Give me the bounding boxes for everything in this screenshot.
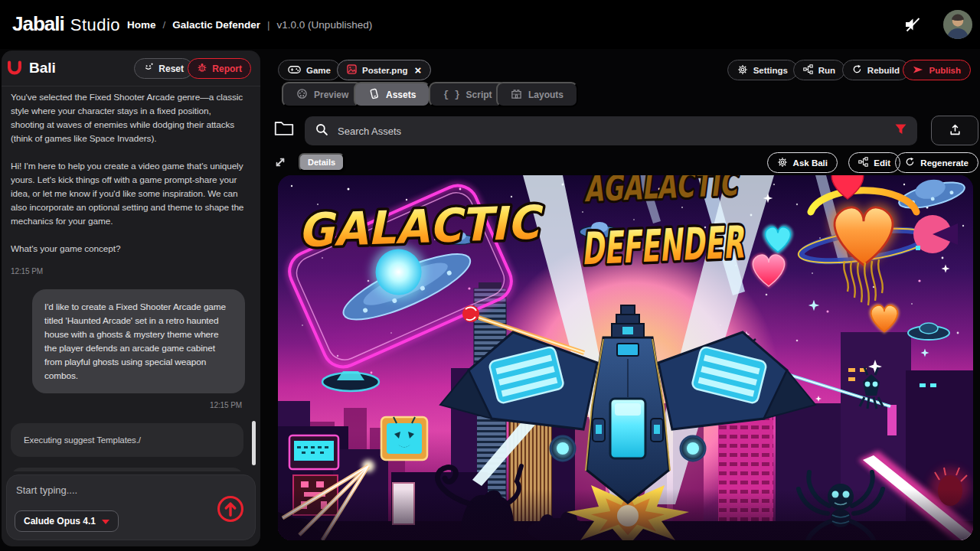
- nodes-icon: [803, 64, 813, 76]
- upload-icon: [949, 123, 962, 139]
- gear-icon: [777, 157, 788, 169]
- rebuild-label: Rebuild: [867, 66, 900, 75]
- tab-assets[interactable]: Assets: [354, 82, 430, 107]
- castle-grid-icon: [511, 88, 522, 102]
- settings-label: Settings: [753, 66, 788, 75]
- ask-bali-button[interactable]: Ask Bali: [767, 152, 838, 173]
- tab-poster-label: Poster.png: [362, 66, 407, 75]
- send-button[interactable]: [217, 495, 244, 523]
- tab-script-label: Script: [466, 90, 492, 100]
- breadcrumb-separator: /: [163, 19, 166, 31]
- chat-scrollbar[interactable]: [252, 421, 256, 465]
- run-button[interactable]: Run: [793, 60, 845, 80]
- chat-title: Bali: [29, 60, 56, 77]
- publish-button[interactable]: Publish: [903, 60, 971, 80]
- chat-message-list: You've selected the Fixed Shooter Arcade…: [11, 90, 253, 471]
- rebuild-button[interactable]: Rebuild: [842, 60, 910, 80]
- publish-label: Publish: [929, 66, 961, 75]
- chevron-down-icon: [102, 516, 109, 527]
- assistant-message: You've selected the Fixed Shooter Arcade…: [11, 90, 245, 145]
- send-arrow-icon: [913, 64, 923, 77]
- tab-preview-label: Preview: [314, 90, 348, 100]
- filter-funnel-icon[interactable]: [895, 124, 906, 138]
- reset-button[interactable]: Reset: [134, 58, 193, 79]
- volume-muted-icon[interactable]: [903, 15, 922, 34]
- assistant-message: Hi! I'm here to help you create a video …: [11, 159, 245, 228]
- folder-icon[interactable]: [274, 120, 294, 137]
- gear-icon: [737, 64, 748, 77]
- editor-area: Game Poster.png × Settings Run Rebuild P…: [262, 49, 980, 551]
- edit-button[interactable]: Edit: [848, 152, 900, 173]
- run-label: Run: [818, 66, 835, 75]
- close-icon[interactable]: ×: [414, 64, 421, 76]
- executing-status-bubble: Executing suggest Templates./: [11, 423, 243, 457]
- message-timestamp: 12:15 PM: [11, 265, 253, 279]
- nodes-icon: [858, 157, 868, 168]
- smiley-icon: [143, 62, 154, 75]
- edit-label: Edit: [874, 158, 890, 168]
- tab-layouts-label: Layouts: [528, 90, 564, 100]
- poster-artwork: AGALACTIC GALACTIC DEFENDER: [278, 175, 973, 540]
- executing-status-bubble: Executing selec tCreateFromScratch ./: [11, 468, 243, 471]
- top-bar: Jabali Studio Home / Galactic Defender |…: [0, 0, 980, 49]
- asset-search: [305, 116, 917, 145]
- app-logo: Jabali Studio: [12, 12, 120, 36]
- model-selector[interactable]: Calude Opus 4.1: [15, 510, 119, 532]
- tab-game-label: Game: [306, 66, 331, 75]
- refresh-icon: [852, 64, 862, 76]
- tab-script[interactable]: { } Script: [429, 82, 507, 107]
- tab-preview[interactable]: Preview: [282, 82, 363, 107]
- breadcrumb-version: v1.0.0 (Unpublished): [277, 19, 373, 31]
- reel-icon: [296, 88, 308, 102]
- search-input[interactable]: [338, 126, 886, 137]
- tab-layouts[interactable]: Layouts: [496, 82, 578, 107]
- ask-bali-label: Ask Bali: [793, 158, 828, 168]
- tab-game[interactable]: Game: [278, 60, 341, 80]
- report-button[interactable]: Report: [188, 58, 251, 79]
- tab-poster[interactable]: Poster.png ×: [337, 60, 431, 80]
- settings-button[interactable]: Settings: [727, 60, 798, 80]
- reset-label: Reset: [158, 64, 184, 74]
- poster-image[interactable]: AGALACTIC GALACTIC DEFENDER: [278, 175, 973, 540]
- chat-header: Bali Reset Report: [2, 51, 260, 86]
- app-window: Jabali Studio Home / Galactic Defender |…: [0, 0, 980, 551]
- svg-text:GALACTIC: GALACTIC: [297, 195, 545, 257]
- regenerate-label: Regenerate: [920, 158, 969, 168]
- alien-face-sign: [381, 417, 427, 460]
- bug-icon: [197, 62, 207, 75]
- report-label: Report: [212, 64, 242, 74]
- svg-text:DEFENDER: DEFENDER: [580, 216, 746, 275]
- logo-primary: Jabali: [12, 12, 64, 36]
- braces-icon: { }: [443, 90, 460, 100]
- upload-button[interactable]: [931, 116, 978, 145]
- chat-composer: Start typing.... Calude Opus 4.1: [6, 474, 256, 540]
- asset-box-icon: [368, 88, 380, 102]
- regenerate-button[interactable]: Regenerate: [895, 152, 978, 173]
- image-icon: [347, 64, 357, 76]
- message-timestamp: 12:15 PM: [11, 399, 242, 412]
- refresh-icon: [905, 157, 915, 168]
- bali-chat-panel: Bali Reset Report You've selected the Fi…: [2, 51, 260, 546]
- gamepad-icon: [288, 65, 301, 76]
- user-message-bubble: I'd like to create a Fixed Shooter Arcad…: [32, 289, 245, 393]
- search-icon: [315, 123, 328, 139]
- user-avatar[interactable]: [943, 10, 972, 39]
- tab-assets-label: Assets: [386, 90, 416, 100]
- details-button[interactable]: Details: [299, 153, 345, 171]
- logo-secondary: Studio: [70, 15, 120, 35]
- bali-logo-icon: [6, 60, 23, 77]
- chat-input[interactable]: Start typing....: [16, 484, 77, 496]
- neon-sign: [289, 435, 338, 469]
- breadcrumb: Home / Galactic Defender | v1.0.0 (Unpub…: [127, 19, 372, 31]
- assistant-message: What's your game concept?: [11, 242, 245, 256]
- breadcrumb-home[interactable]: Home: [127, 19, 156, 31]
- collapse-expand-icon[interactable]: [273, 155, 288, 170]
- breadcrumb-pipe: |: [267, 19, 270, 31]
- breadcrumb-project: Galactic Defender: [172, 19, 260, 31]
- model-label: Calude Opus 4.1: [24, 516, 96, 527]
